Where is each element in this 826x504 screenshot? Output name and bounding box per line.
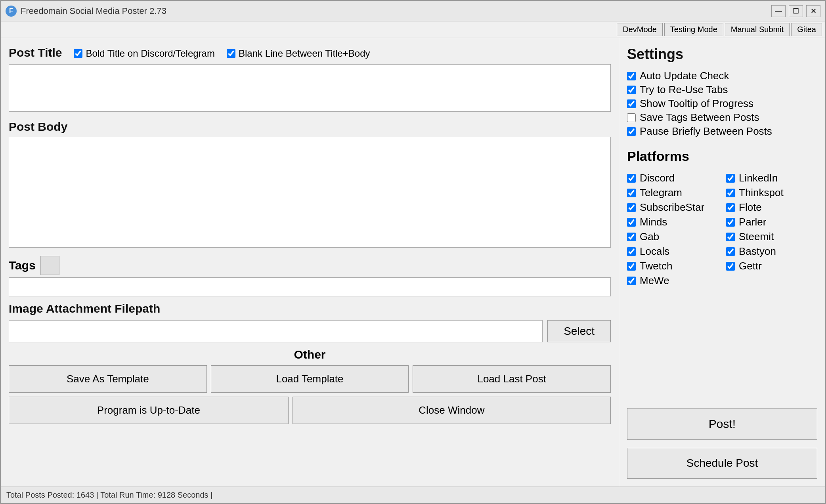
telegram-label: Telegram: [640, 187, 682, 199]
gettr-checkbox[interactable]: [726, 262, 735, 271]
testing-mode-button[interactable]: Testing Mode: [664, 23, 723, 36]
subscribestar-checkbox[interactable]: [627, 203, 636, 212]
settings-item-3[interactable]: Save Tags Between Posts: [627, 111, 817, 124]
reuse-tabs-checkbox[interactable]: [627, 86, 636, 94]
platform-bastyon[interactable]: Bastyon: [726, 245, 817, 258]
pause-briefly-checkbox[interactable]: [627, 127, 636, 136]
platform-mewe[interactable]: MeWe: [627, 275, 718, 287]
save-template-button[interactable]: Save As Template: [9, 365, 207, 393]
settings-item-1[interactable]: Try to Re-Use Tabs: [627, 84, 817, 96]
discord-checkbox[interactable]: [627, 174, 636, 183]
platform-subscribestar[interactable]: SubscribeStar: [627, 201, 718, 214]
bold-title-text: Bold Title on Discord/Telegram: [86, 48, 214, 59]
flote-label: Flote: [739, 201, 762, 214]
gettr-label: Gettr: [739, 260, 762, 272]
minds-checkbox[interactable]: [627, 218, 636, 227]
settings-item-4[interactable]: Pause Briefly Between Posts: [627, 125, 817, 137]
twetch-checkbox[interactable]: [627, 262, 636, 271]
flote-checkbox[interactable]: [726, 203, 735, 212]
other-button-row-2: Program is Up-to-Date Close Window: [9, 397, 611, 424]
platform-locals[interactable]: Locals: [627, 245, 718, 258]
platform-discord[interactable]: Discord: [627, 172, 718, 184]
bastyon-label: Bastyon: [739, 245, 776, 258]
image-attachment-label: Image Attachment Filepath: [9, 302, 611, 315]
post-body-input[interactable]: [9, 137, 611, 248]
save-tags-checkbox[interactable]: [627, 113, 636, 122]
main-window: F Freedomain Social Media Poster 2.73 — …: [0, 0, 826, 504]
settings-item-2[interactable]: Show Tooltip of Progress: [627, 97, 817, 110]
telegram-checkbox[interactable]: [627, 189, 636, 197]
platform-twetch[interactable]: Twetch: [627, 260, 718, 272]
platform-gab[interactable]: Gab: [627, 231, 718, 243]
bastyon-checkbox[interactable]: [726, 247, 735, 256]
locals-label: Locals: [640, 245, 669, 258]
linkedin-checkbox[interactable]: [726, 174, 735, 183]
platform-flote[interactable]: Flote: [726, 201, 817, 214]
mewe-checkbox[interactable]: [627, 277, 636, 285]
close-button[interactable]: ✕: [806, 5, 820, 17]
gab-label: Gab: [640, 231, 659, 243]
main-content: Post Title Bold Title on Discord/Telegra…: [1, 38, 825, 487]
devmode-button[interactable]: DevMode: [617, 23, 663, 36]
window-title: Freedomain Social Media Poster 2.73: [21, 6, 771, 16]
steemit-label: Steemit: [739, 231, 774, 243]
right-panel: Settings Auto Update Check Try to Re-Use…: [619, 38, 825, 487]
tags-label: Tags: [9, 259, 36, 272]
status-text: Total Posts Posted: 1643 | Total Run Tim…: [6, 491, 212, 500]
program-status-button[interactable]: Program is Up-to-Date: [9, 397, 289, 424]
platforms-title: Platforms: [627, 149, 817, 164]
auto-update-checkbox[interactable]: [627, 72, 636, 80]
platform-steemit[interactable]: Steemit: [726, 231, 817, 243]
platform-gettr[interactable]: Gettr: [726, 260, 817, 272]
schedule-post-button[interactable]: Schedule Post: [627, 448, 817, 479]
minimize-button[interactable]: —: [771, 5, 786, 17]
platform-telegram[interactable]: Telegram: [627, 187, 718, 199]
image-attachment-section: Image Attachment Filepath Select: [9, 302, 611, 342]
show-tooltip-label: Show Tooltip of Progress: [640, 97, 753, 110]
post-button[interactable]: Post!: [627, 408, 817, 440]
platform-parler[interactable]: Parler: [726, 216, 817, 228]
thinkspot-label: Thinkspot: [739, 187, 784, 199]
load-last-post-button[interactable]: Load Last Post: [413, 365, 611, 393]
load-template-button[interactable]: Load Template: [211, 365, 409, 393]
select-button[interactable]: Select: [547, 320, 611, 342]
settings-title: Settings: [627, 46, 817, 63]
other-label: Other: [9, 348, 611, 361]
twetch-label: Twetch: [640, 260, 672, 272]
parler-checkbox[interactable]: [726, 218, 735, 227]
tags-input[interactable]: [9, 277, 611, 296]
blank-line-text: Blank Line Between Title+Body: [239, 48, 370, 59]
post-title-label: Post Title: [9, 46, 62, 59]
post-body-label: Post Body: [9, 120, 67, 133]
filepath-input[interactable]: [9, 320, 543, 342]
blank-line-checkbox[interactable]: [227, 49, 235, 58]
left-panel: Post Title Bold Title on Discord/Telegra…: [1, 38, 619, 487]
bold-title-checkbox-label[interactable]: Bold Title on Discord/Telegram: [74, 48, 214, 59]
tags-color-swatch: [40, 256, 59, 275]
show-tooltip-checkbox[interactable]: [627, 99, 636, 108]
parler-label: Parler: [739, 216, 766, 228]
settings-item-0[interactable]: Auto Update Check: [627, 70, 817, 82]
toolbar: DevMode Testing Mode Manual Submit Gitea: [1, 21, 825, 38]
post-title-input[interactable]: [9, 64, 611, 112]
tags-section: Tags: [9, 256, 611, 296]
manual-submit-button[interactable]: Manual Submit: [725, 23, 790, 36]
steemit-checkbox[interactable]: [726, 233, 735, 241]
bold-title-checkbox[interactable]: [74, 49, 82, 58]
blank-line-checkbox-label[interactable]: Blank Line Between Title+Body: [227, 48, 370, 59]
thinkspot-checkbox[interactable]: [726, 189, 735, 197]
other-button-row-1: Save As Template Load Template Load Last…: [9, 365, 611, 393]
platform-linkedin[interactable]: LinkedIn: [726, 172, 817, 184]
platform-thinkspot[interactable]: Thinkspot: [726, 187, 817, 199]
gitea-button[interactable]: Gitea: [791, 23, 822, 36]
settings-items: Auto Update Check Try to Re-Use Tabs Sho…: [627, 70, 817, 139]
platform-minds[interactable]: Minds: [627, 216, 718, 228]
post-title-section: Post Title Bold Title on Discord/Telegra…: [9, 46, 611, 115]
reuse-tabs-label: Try to Re-Use Tabs: [640, 84, 728, 96]
maximize-button[interactable]: ☐: [789, 5, 803, 17]
app-icon: F: [6, 6, 17, 17]
other-section: Other Save As Template Load Template Loa…: [9, 348, 611, 424]
close-window-button[interactable]: Close Window: [293, 397, 611, 424]
locals-checkbox[interactable]: [627, 247, 636, 256]
gab-checkbox[interactable]: [627, 233, 636, 241]
